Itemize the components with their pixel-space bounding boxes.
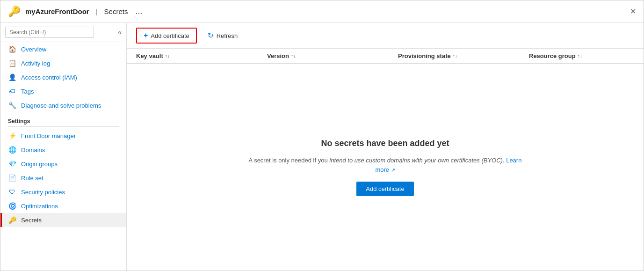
add-certificate-center-button[interactable]: Add certificate: [356, 182, 413, 196]
col-version-sort-icon: ↑↓: [291, 53, 296, 59]
rule-set-icon: 📄: [8, 174, 16, 182]
col-header-version[interactable]: Version ↑↓: [267, 52, 398, 59]
sidebar-search-area: «: [0, 23, 126, 42]
body-container: « 🏠 Overview 📋 Activity log 👤 Access con…: [0, 23, 644, 271]
sidebar-collapse-button[interactable]: «: [118, 29, 122, 36]
col-provisioning-state-label: Provisioning state: [398, 52, 451, 59]
col-resource-group-label: Resource group: [529, 52, 576, 59]
sidebar-item-activity-log[interactable]: 📋 Activity log: [0, 56, 126, 70]
col-header-provisioning-state[interactable]: Provisioning state ↑↓: [398, 52, 529, 59]
table-header: Key vault ↑↓ Version ↑↓ Provisioning sta…: [127, 49, 644, 64]
sidebar-item-rule-set-label: Rule set: [21, 175, 43, 182]
sidebar-item-optimizations[interactable]: 🌀 Optimizations: [0, 199, 126, 213]
sidebar: « 🏠 Overview 📋 Activity log 👤 Access con…: [0, 23, 127, 271]
sidebar-item-security-policies-label: Security policies: [21, 189, 65, 196]
diagnose-icon: 🔧: [8, 102, 16, 109]
settings-section-title: Settings: [0, 112, 126, 126]
title-separator: |: [96, 7, 98, 15]
empty-title: No secrets have been added yet: [321, 139, 449, 148]
sidebar-item-activity-log-label: Activity log: [21, 60, 50, 67]
overview-icon: 🏠: [8, 45, 16, 53]
sidebar-item-security-policies[interactable]: 🛡 Security policies: [0, 185, 126, 199]
refresh-button[interactable]: ↻ Refresh: [201, 28, 245, 43]
domains-icon: 🌐: [8, 146, 16, 154]
sidebar-item-optimizations-label: Optimizations: [21, 203, 58, 210]
empty-state: No secrets have been added yet A secret …: [127, 64, 644, 271]
resource-name: myAzureFrontDoor: [25, 7, 89, 15]
empty-desc-highlight: intend to use custom domains with your o…: [329, 157, 504, 164]
sidebar-item-secrets[interactable]: 🔑 Secrets: [0, 213, 126, 227]
tags-icon: 🏷: [8, 88, 16, 95]
sidebar-item-tags[interactable]: 🏷 Tags: [0, 84, 126, 98]
empty-description: A secret is only needed if you intend to…: [245, 156, 526, 174]
col-provisioning-sort-icon: ↑↓: [453, 53, 457, 59]
sidebar-item-domains[interactable]: 🌐 Domains: [0, 143, 126, 157]
sidebar-item-front-door-manager-label: Front Door manager: [21, 132, 76, 139]
refresh-icon: ↻: [208, 31, 214, 40]
sidebar-item-diagnose-label: Diagnose and solve problems: [21, 102, 101, 109]
search-input[interactable]: [5, 27, 94, 38]
sidebar-item-access-control[interactable]: 👤 Access control (IAM): [0, 70, 126, 84]
col-version-label: Version: [267, 52, 289, 59]
sidebar-item-diagnose[interactable]: 🔧 Diagnose and solve problems: [0, 98, 126, 112]
col-resource-group-sort-icon: ↑↓: [578, 53, 582, 59]
optimizations-icon: 🌀: [8, 202, 16, 210]
col-key-vault-sort-icon: ↑↓: [165, 53, 170, 59]
sidebar-item-front-door-manager[interactable]: ⚡ Front Door manager: [0, 129, 126, 143]
access-control-icon: 👤: [8, 73, 16, 81]
secrets-icon: 🔑: [8, 216, 16, 224]
sidebar-item-rule-set[interactable]: 📄 Rule set: [0, 171, 126, 185]
sidebar-item-domains-label: Domains: [21, 146, 45, 154]
page-title: Secrets: [104, 7, 128, 15]
security-policies-icon: 🛡: [8, 188, 16, 196]
toolbar: + Add certificate ↻ Refresh: [127, 23, 644, 49]
col-header-key-vault[interactable]: Key vault ↑↓: [136, 52, 267, 59]
refresh-label: Refresh: [217, 32, 238, 39]
external-link-icon: ↗: [391, 167, 395, 173]
col-key-vault-label: Key vault: [136, 52, 163, 59]
title-bar: 🔑 myAzureFrontDoor | Secrets ... ✕: [0, 0, 644, 23]
col-header-resource-group[interactable]: Resource group ↑↓: [529, 52, 634, 59]
resource-icon: 🔑: [8, 6, 21, 18]
close-button[interactable]: ✕: [630, 7, 636, 16]
sidebar-item-access-control-label: Access control (IAM): [21, 74, 77, 81]
sidebar-item-secrets-label: Secrets: [21, 217, 42, 224]
sidebar-item-overview-label: Overview: [21, 46, 46, 53]
sidebar-item-tags-label: Tags: [21, 88, 34, 95]
main-content: + Add certificate ↻ Refresh Key vault ↑↓…: [127, 23, 644, 271]
plus-icon: +: [144, 31, 148, 40]
more-options-button[interactable]: ...: [135, 7, 142, 16]
empty-desc-part1: A secret is only needed if you: [249, 157, 330, 164]
sidebar-item-overview[interactable]: 🏠 Overview: [0, 42, 126, 56]
front-door-manager-icon: ⚡: [8, 132, 16, 139]
add-certificate-button[interactable]: + Add certificate: [136, 28, 197, 44]
sidebar-nav: 🏠 Overview 📋 Activity log 👤 Access contr…: [0, 42, 126, 271]
activity-log-icon: 📋: [8, 59, 16, 67]
sidebar-item-origin-groups[interactable]: 💎 Origin groups: [0, 157, 126, 171]
add-cert-label: Add certificate: [151, 32, 189, 39]
sidebar-item-origin-groups-label: Origin groups: [21, 161, 58, 168]
azure-portal-window: 🔑 myAzureFrontDoor | Secrets ... ✕ « 🏠 O…: [0, 0, 644, 271]
origin-groups-icon: 💎: [8, 160, 16, 168]
